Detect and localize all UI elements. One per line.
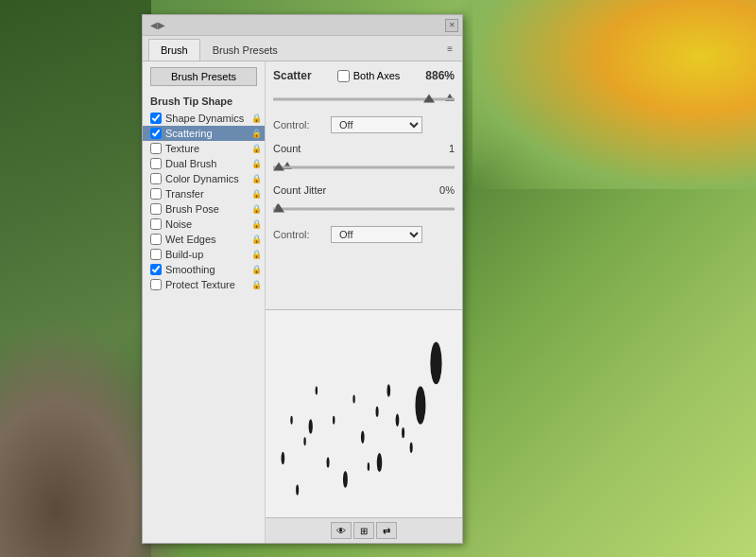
tab-menu-icon[interactable]: ≡ (443, 40, 456, 58)
texture-checkbox[interactable] (150, 143, 162, 154)
panel-content: Brush Presets Brush Tip Shape Shape Dyna… (143, 61, 462, 543)
preview-dot (396, 414, 400, 426)
count-jitter-row: Count Jitter 0% (273, 184, 455, 196)
section-title: Brush Tip Shape (143, 94, 265, 111)
shape-dynamics-checkbox[interactable] (150, 113, 162, 124)
sidebar-item-shape-dynamics[interactable]: Shape Dynamics 🔒 (143, 111, 265, 126)
titlebar-arrows: ◀▶ (150, 20, 165, 30)
grid-icon: ⊞ (360, 526, 368, 536)
noise-label: Noise (165, 218, 248, 230)
count-jitter-value: 0% (439, 184, 455, 196)
control-label-2: Control: (273, 229, 325, 240)
brush-sidebar: Brush Presets Brush Tip Shape Shape Dyna… (143, 61, 266, 543)
count-jitter-label: Count Jitter (273, 184, 330, 196)
sidebar-item-protect-texture[interactable]: Protect Texture 🔒 (143, 277, 265, 292)
scatter-slider-wrapper (273, 92, 455, 107)
tab-brush[interactable]: Brush (148, 39, 200, 61)
preview-dot (333, 416, 335, 425)
sidebar-item-noise[interactable]: Noise 🔒 (143, 217, 265, 232)
both-axes-text: Both Axes (353, 70, 401, 81)
shape-dynamics-label: Shape Dynamics (165, 113, 248, 124)
dual-brush-label: Dual Brush (165, 158, 248, 169)
both-axes-checkbox[interactable] (337, 70, 350, 82)
control-row-2: Control: Off Fade Pen Pressure Pen Tilt (273, 226, 455, 243)
lock-icon-brush-pose: 🔒 (251, 203, 261, 215)
sidebar-item-dual-brush[interactable]: Dual Brush 🔒 (143, 156, 265, 171)
sidebar-item-wet-edges[interactable]: Wet Edges 🔒 (143, 232, 265, 247)
noise-checkbox[interactable] (150, 218, 162, 230)
lock-icon-wet-edges: 🔒 (251, 234, 261, 245)
preview-dot (309, 419, 313, 434)
lock-icon-smoothing: 🔒 (251, 264, 261, 275)
count-jitter-slider-wrapper (273, 201, 455, 217)
preview-dot (361, 430, 365, 443)
preview-dot (377, 453, 383, 472)
sidebar-item-brush-pose[interactable]: Brush Pose 🔒 (143, 201, 265, 217)
preview-dot (343, 471, 348, 488)
scatter-slider[interactable] (273, 98, 455, 101)
sidebar-item-color-dynamics[interactable]: Color Dynamics 🔒 (143, 171, 265, 186)
control-label-1: Control: (273, 119, 325, 131)
sidebar-item-build-up[interactable]: Build-up 🔒 (143, 247, 265, 262)
brush-pose-label: Brush Pose (165, 203, 248, 215)
count-value: 1 (449, 143, 455, 154)
wet-edges-label: Wet Edges (165, 234, 248, 245)
preview-dot (415, 387, 425, 425)
color-dynamics-label: Color Dynamics (165, 173, 248, 184)
control-dropdown-1[interactable]: Off Fade Pen Pressure Pen Tilt (331, 116, 422, 133)
count-slider-wrapper (273, 160, 455, 175)
preview-dot (290, 416, 292, 425)
eye-icon: 👁 (336, 526, 346, 536)
protect-texture-checkbox[interactable] (150, 279, 162, 290)
preview-dot (316, 387, 318, 395)
grid-button[interactable]: ⊞ (353, 522, 374, 539)
close-button[interactable]: ✕ (445, 19, 458, 32)
preview-dot (303, 437, 305, 445)
preview-toolbar: 👁 ⊞ ⇄ (266, 517, 462, 543)
build-up-label: Build-up (165, 249, 248, 260)
count-jitter-slider[interactable] (273, 208, 455, 211)
sidebar-item-smoothing[interactable]: Smoothing 🔒 (143, 262, 265, 277)
color-dynamics-checkbox[interactable] (150, 173, 162, 184)
preview-dot (296, 485, 299, 496)
wet-edges-checkbox[interactable] (150, 234, 162, 245)
sidebar-item-scattering[interactable]: Scattering 🔒 (143, 126, 265, 141)
transfer-checkbox[interactable] (150, 188, 162, 200)
panel-titlebar: ◀▶ ✕ (143, 15, 462, 36)
count-slider[interactable] (273, 166, 455, 169)
preview-dot (410, 443, 413, 453)
build-up-checkbox[interactable] (150, 249, 162, 260)
brush-presets-button[interactable]: Brush Presets (150, 67, 257, 86)
sidebar-item-transfer[interactable]: Transfer 🔒 (143, 186, 265, 201)
lock-icon-protect-texture: 🔒 (251, 279, 261, 290)
smoothing-checkbox[interactable] (150, 264, 162, 275)
control-row-1: Control: Off Fade Pen Pressure Pen Tilt (273, 116, 455, 133)
tab-brush-presets[interactable]: Brush Presets (200, 39, 290, 61)
lock-icon-dual-brush: 🔒 (251, 158, 261, 169)
preview-dot (376, 407, 379, 417)
scattering-label: Scattering (165, 128, 248, 139)
brush-pose-checkbox[interactable] (150, 203, 162, 215)
lock-icon-scattering: 🔒 (251, 128, 261, 139)
cycle-button[interactable]: ⇄ (376, 522, 397, 539)
scatter-header: Scatter Both Axes 886% (273, 69, 455, 82)
preview-area: 👁 ⊞ ⇄ (266, 309, 462, 543)
lock-icon-texture: 🔒 (251, 143, 261, 154)
protect-texture-label: Protect Texture (165, 279, 248, 290)
scattering-settings: Scatter Both Axes 886% Control: (266, 61, 462, 309)
control-dropdown-2[interactable]: Off Fade Pen Pressure Pen Tilt (331, 226, 422, 243)
count-row: Count 1 (273, 143, 455, 154)
scattering-checkbox[interactable] (150, 128, 162, 139)
lock-icon-transfer: 🔒 (251, 188, 261, 200)
sidebar-item-texture[interactable]: Texture 🔒 (143, 141, 265, 156)
cycle-icon: ⇄ (383, 526, 390, 536)
smoothing-label: Smoothing (165, 264, 248, 275)
brush-panel: ◀▶ ✕ Brush Brush Presets ≡ Brush Presets… (142, 14, 463, 544)
scatter-title: Scatter (273, 69, 312, 82)
both-axes-label[interactable]: Both Axes (337, 70, 401, 82)
preview-dot (282, 452, 285, 464)
preview-dot (430, 342, 441, 385)
preview-dot (368, 462, 369, 471)
dual-brush-checkbox[interactable] (150, 158, 162, 169)
eye-button[interactable]: 👁 (331, 522, 352, 539)
